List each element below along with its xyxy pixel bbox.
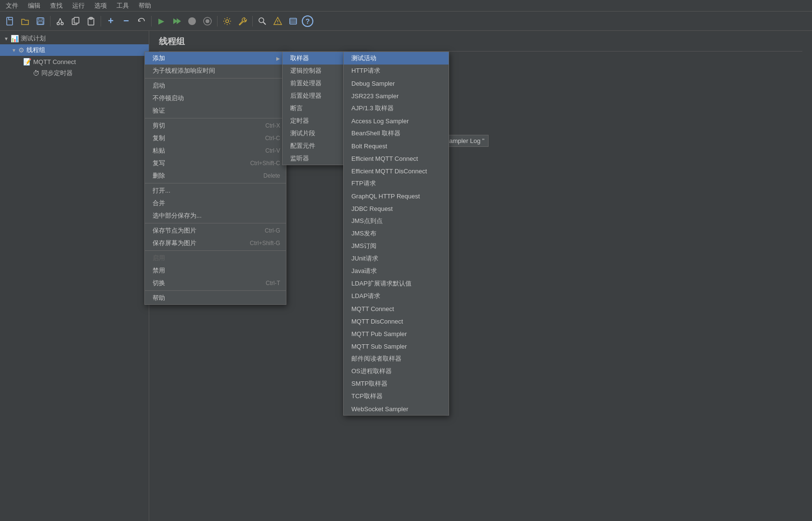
- submenu-add-preprocessor-label: 前置处理器: [290, 79, 322, 88]
- sampler-item-ldap-ext[interactable]: LDAP扩展请求默认值: [344, 277, 449, 290]
- svg-point-17: [226, 20, 229, 23]
- menu-item-validate-label: 验证: [153, 106, 165, 115]
- sampler-item-graphql[interactable]: GraphQL HTTP Request: [344, 190, 449, 202]
- tree-item-test-plan[interactable]: ▼ 📊 测试计划: [0, 33, 149, 44]
- sampler-item-efficient-mqtt-connect[interactable]: Efficient MQTT Connect: [344, 152, 449, 165]
- toolbar-save[interactable]: [34, 14, 47, 28]
- sampler-item-ldap[interactable]: LDAP请求: [344, 290, 449, 302]
- menu-item-help[interactable]: 帮助: [145, 292, 286, 304]
- menu-find[interactable]: 查找: [48, 0, 64, 11]
- svg-point-5: [61, 22, 64, 25]
- sampler-item-efficient-mqtt-disconnect[interactable]: Efficient MQTT DisConnect: [344, 165, 449, 177]
- sampler-item-jsr223[interactable]: JSR223 Sampler: [344, 90, 449, 102]
- sampler-item-jms-p2p[interactable]: JMS点到点: [344, 215, 449, 227]
- submenu-add-sampler-label: 取样器: [290, 54, 309, 63]
- menu-item-merge[interactable]: 合并: [145, 197, 286, 209]
- menu-item-merge-label: 合并: [153, 199, 165, 208]
- sampler-item-mqtt-disconnect[interactable]: MQTT DisConnect: [344, 315, 449, 327]
- sampler-item-junit[interactable]: JUnit请求: [344, 252, 449, 265]
- menu-item-enable: 启用: [145, 252, 286, 264]
- tree-icon-thread-group: ⚙: [18, 46, 25, 54]
- toolbar-paste[interactable]: [84, 14, 98, 28]
- menu-item-start[interactable]: 启动: [145, 79, 286, 92]
- toolbar-help[interactable]: ?: [302, 15, 313, 27]
- menu-file[interactable]: 文件: [4, 0, 20, 11]
- toolbar-warning[interactable]: [271, 14, 284, 28]
- sampler-item-mqtt-sub[interactable]: MQTT Sub Sampler: [344, 340, 449, 352]
- menu-item-delete[interactable]: 删除 Delete: [145, 169, 286, 182]
- tree-item-thread-group[interactable]: ▼ ⚙ 线程组: [0, 44, 149, 56]
- sampler-item-ldap-label: LDAP请求: [351, 292, 380, 300]
- menu-item-add-response-time[interactable]: 为子线程添加响应时间: [145, 65, 286, 77]
- toolbar-remove[interactable]: −: [119, 14, 133, 28]
- toolbar-add[interactable]: +: [104, 14, 117, 28]
- menu-tools[interactable]: 工具: [115, 0, 131, 11]
- sampler-item-java[interactable]: Java请求: [344, 265, 449, 277]
- sampler-item-smtp[interactable]: SMTP取样器: [344, 378, 449, 390]
- sampler-item-http[interactable]: HTTP请求: [344, 65, 449, 77]
- sampler-item-java-label: Java请求: [351, 267, 377, 275]
- submenu-add-logic-label: 逻辑控制器: [290, 66, 322, 75]
- menu-item-cut[interactable]: 剪切 Ctrl-X: [145, 119, 286, 132]
- context-menu-sampler[interactable]: 测试活动 HTTP请求 Debug Sampler JSR223 Sampler…: [343, 52, 449, 416]
- menu-item-add[interactable]: 添加 ▶: [145, 52, 286, 65]
- menu-item-paste[interactable]: 粘贴 Ctrl-V: [145, 144, 286, 157]
- menu-item-start-no-pause[interactable]: 不停顿启动: [145, 92, 286, 104]
- menu-run[interactable]: 运行: [70, 0, 87, 11]
- menu-edit[interactable]: 编辑: [26, 0, 42, 11]
- tree-item-sync-timer[interactable]: ⏱ 同步定时器: [0, 67, 149, 79]
- menu-help[interactable]: 帮助: [137, 0, 153, 11]
- sampler-item-test-activity[interactable]: 测试活动: [344, 52, 449, 65]
- sampler-item-junit-label: JUnit请求: [351, 254, 378, 263]
- toolbar-wrench[interactable]: [236, 14, 249, 28]
- sampler-item-jms-pub[interactable]: JMS发布: [344, 227, 449, 240]
- tree-icon-test-plan: 📊: [11, 35, 19, 42]
- toolbar-start-no-pause[interactable]: [170, 14, 183, 28]
- menu-item-toggle[interactable]: 切换 Ctrl-T: [145, 277, 286, 289]
- menu-sep-4: [145, 223, 286, 223]
- svg-point-18: [259, 18, 264, 23]
- menu-item-validate[interactable]: 验证: [145, 104, 286, 117]
- sampler-item-jms-sub[interactable]: JMS订阅: [344, 240, 449, 252]
- menu-item-copy[interactable]: 复制 Ctrl-C: [145, 132, 286, 144]
- sampler-item-mqtt-pub[interactable]: MQTT Pub Sampler: [344, 327, 449, 340]
- sampler-item-websocket[interactable]: WebSocket Sampler: [344, 403, 449, 415]
- sampler-item-mqtt-connect[interactable]: MQTT Connect: [344, 302, 449, 315]
- menu-item-save-selection[interactable]: 选中部分保存为...: [145, 209, 286, 222]
- menu-item-save-node-image[interactable]: 保存节点为图片 Ctrl-G: [145, 224, 286, 237]
- menu-item-duplicate[interactable]: 复写 Ctrl+Shift-C: [145, 157, 286, 169]
- toolbar-open[interactable]: [18, 14, 32, 28]
- sampler-item-efficient-mqtt-disconnect-label: Efficient MQTT DisConnect: [351, 168, 427, 175]
- menu-item-cut-shortcut: Ctrl-X: [265, 122, 280, 129]
- sampler-item-ftp[interactable]: FTP请求: [344, 177, 449, 190]
- toolbar-copy[interactable]: [69, 14, 82, 28]
- sampler-item-mqtt-connect-label: MQTT Connect: [351, 305, 394, 313]
- context-menu-main[interactable]: 添加 ▶ 为子线程添加响应时间 启动 不停顿启动 验证 剪切 Ctrl-X 复制…: [144, 52, 286, 305]
- sampler-item-ajp[interactable]: AJP/1.3 取样器: [344, 102, 449, 115]
- sampler-item-graphql-label: GraphQL HTTP Request: [351, 193, 420, 200]
- toolbar-cut[interactable]: [53, 14, 67, 28]
- toolbar-search[interactable]: [256, 14, 269, 28]
- sampler-item-tcp[interactable]: TCP取样器: [344, 390, 449, 403]
- sampler-item-debug[interactable]: Debug Sampler: [344, 77, 449, 90]
- sampler-item-access-log[interactable]: Access Log Sampler: [344, 115, 449, 127]
- toolbar-start[interactable]: ▶: [155, 14, 168, 28]
- toolbar-stop-circle[interactable]: [185, 14, 199, 28]
- toolbar-settings[interactable]: [220, 14, 234, 28]
- toolbar-list[interactable]: [286, 14, 300, 28]
- tree-item-mqtt-connect[interactable]: 📝 MQTT Connect: [0, 56, 149, 67]
- tree-icon-mqtt: 📝: [23, 58, 31, 65]
- menu-item-delete-label: 删除: [153, 171, 165, 180]
- menu-item-disable[interactable]: 禁用: [145, 264, 286, 277]
- sampler-item-bolt[interactable]: Bolt Request: [344, 140, 449, 152]
- toolbar-new[interactable]: [3, 14, 16, 28]
- sampler-item-mail-reader[interactable]: 邮件阅读者取样器: [344, 352, 449, 365]
- sampler-item-beanshell[interactable]: BeanShell 取样器: [344, 127, 449, 140]
- toolbar-undo[interactable]: [135, 14, 148, 28]
- toolbar-shutdown[interactable]: [201, 14, 214, 28]
- menu-item-open[interactable]: 打开...: [145, 184, 286, 197]
- sampler-item-jdbc[interactable]: JDBC Request: [344, 202, 449, 215]
- menu-item-save-screen-image[interactable]: 保存屏幕为图片 Ctrl+Shift-G: [145, 237, 286, 249]
- sampler-item-os-process[interactable]: OS进程取样器: [344, 365, 449, 378]
- menu-options[interactable]: 选项: [92, 0, 109, 11]
